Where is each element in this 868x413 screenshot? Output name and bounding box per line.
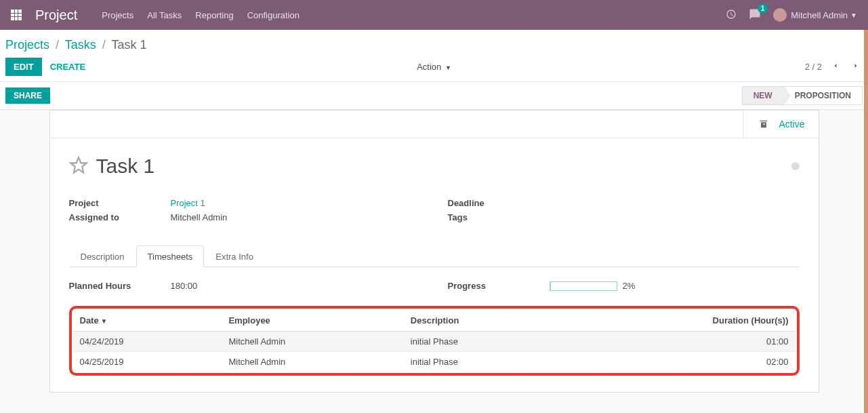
progress-label: Progress [448,281,550,291]
breadcrumb-sep: / [56,38,59,52]
cell-description: initial Phase [404,332,564,352]
archive-icon [757,119,770,130]
pager-next-icon[interactable] [849,59,863,75]
task-title: Task 1 [96,155,783,178]
planned-hours-value: 180:00 [171,281,198,291]
scroll-indicator [864,30,868,393]
cell-description: initial Phase [404,352,564,372]
cell-duration: 02:00 [564,352,795,372]
project-label: Project [69,198,171,208]
nav-menu: Projects All Tasks Reporting Configurati… [102,10,726,20]
cell-duration: 01:00 [564,332,795,352]
cell-employee: Mitchell Admin [222,352,403,372]
highlight-annotation: Date Employee Description Duration (Hour… [69,306,800,376]
col-duration[interactable]: Duration (Hour(s)) [564,310,795,332]
tab-extra-info[interactable]: Extra Info [204,245,265,267]
progress-bar [550,281,617,291]
nav-item-all-tasks[interactable]: All Tasks [147,10,182,20]
status-new[interactable]: NEW [742,86,783,105]
caret-down-icon: ▼ [445,64,451,71]
project-link[interactable]: Project 1 [171,198,205,208]
action-dropdown[interactable]: Action ▼ [417,62,451,72]
star-icon[interactable] [69,156,88,177]
form-sheet: Active Task 1 Project Project 1 Assig [49,110,819,393]
app-title: Project [35,7,77,23]
table-row[interactable]: 04/25/2019 Mitchell Admin initial Phase … [73,352,795,372]
user-name: Mitchell Admin [791,10,848,20]
cell-employee: Mitchell Admin [222,332,403,352]
chat-badge: 1 [758,4,768,13]
col-description[interactable]: Description [404,310,564,332]
table-row[interactable]: 04/24/2019 Mitchell Admin initial Phase … [73,332,795,352]
control-area: Projects / Tasks / Task 1 EDIT CREATE Ac… [0,30,868,82]
active-label: Active [779,119,804,130]
breadcrumb-tasks[interactable]: Tasks [65,38,96,52]
status-proposition[interactable]: PROPOSITION [783,86,863,105]
avatar [773,8,787,22]
pager-prev-icon[interactable] [829,59,842,75]
nav-item-reporting[interactable]: Reporting [195,10,233,20]
col-date[interactable]: Date [73,310,222,332]
nav-item-configuration[interactable]: Configuration [247,10,299,20]
share-row: SHARE NEW PROPOSITION [0,82,868,110]
top-navbar: Project Projects All Tasks Reporting Con… [0,0,868,30]
active-toggle[interactable]: Active [743,111,818,138]
tab-timesheets[interactable]: Timesheets [136,245,205,267]
planned-hours-label: Planned Hours [69,281,171,291]
cell-date: 04/25/2019 [73,352,222,372]
col-employee[interactable]: Employee [222,310,403,332]
deadline-label: Deadline [448,198,550,208]
edit-button[interactable]: EDIT [5,58,42,76]
pager-text: 2 / 2 [805,62,822,72]
apps-icon[interactable] [11,9,22,20]
tabs: Description Timesheets Extra Info [69,245,800,267]
kanban-state-icon[interactable] [791,162,800,170]
chat-icon[interactable]: 1 [749,8,761,22]
clock-icon[interactable] [726,9,737,22]
timesheet-table: Date Employee Description Duration (Hour… [73,310,795,372]
assigned-label: Assigned to [69,212,171,222]
caret-down-icon: ▼ [850,12,857,19]
pager: 2 / 2 [805,59,863,75]
user-menu[interactable]: Mitchell Admin ▼ [773,8,857,22]
breadcrumb-projects[interactable]: Projects [5,38,49,52]
breadcrumb: Projects / Tasks / Task 1 [5,35,863,58]
create-button[interactable]: CREATE [42,58,94,76]
progress-pct: 2% [623,281,636,291]
share-button[interactable]: SHARE [5,87,50,104]
assigned-value: Mitchell Admin [171,212,228,222]
breadcrumb-sep: / [102,38,106,52]
nav-item-projects[interactable]: Projects [102,10,133,20]
tags-label: Tags [448,212,550,222]
status-bar: NEW PROPOSITION [742,86,863,105]
tab-description[interactable]: Description [69,245,136,267]
breadcrumb-current: Task 1 [111,38,146,52]
cell-date: 04/24/2019 [73,332,222,352]
